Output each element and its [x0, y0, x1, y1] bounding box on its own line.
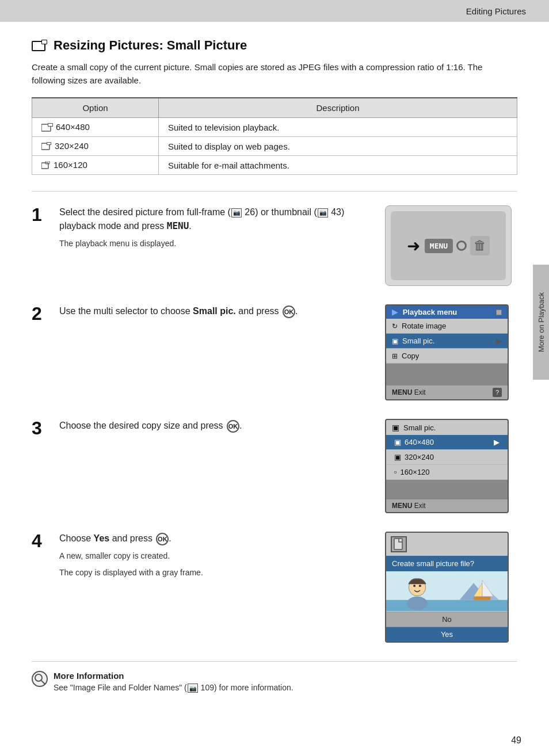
step-4-section: 4 Choose Yes and press OK. A new, smalle…: [32, 532, 517, 643]
size-icon-160: ▫: [394, 468, 397, 476]
ref-icon-1: 📷: [231, 208, 242, 217]
step-1-number: 1: [32, 205, 42, 224]
size-icon-640: ▣: [394, 438, 401, 446]
step-1-left: 1 Select the desired picture from full-f…: [32, 205, 375, 254]
size-spacer: [386, 480, 508, 495]
info-content: More Information See "Image File and Fol…: [54, 671, 293, 693]
step-1-image: ➜ MENU 🗑: [385, 205, 517, 286]
page-number: 49: [511, 735, 521, 746]
info-icon: [32, 671, 48, 687]
side-tab: More on Playback: [533, 265, 549, 380]
table-option-cell: 320×240: [32, 137, 159, 156]
header-title: Editing Pictures: [466, 6, 526, 16]
svg-line-24: [41, 681, 45, 684]
svg-rect-13: [386, 600, 508, 612]
step-4-sub-note-1: A new, smaller copy is created.: [59, 550, 375, 562]
info-title: More Information: [54, 671, 293, 681]
more-info-section: More Information See "Image File and Fol…: [32, 661, 517, 693]
step-2-section: 2 Use the multi selector to choose Small…: [32, 304, 517, 400]
step-1-section: 1 Select the desired picture from full-f…: [32, 205, 517, 286]
playback-menu-screen: ▶ Playback menu ↻ Rotate image ▣ Small p…: [385, 304, 509, 400]
menu-button-img: MENU: [425, 239, 453, 253]
svg-rect-2: [42, 40, 47, 44]
table-row: 320×240Suited to display on web pages.: [32, 137, 517, 156]
help-icon: ?: [493, 388, 502, 397]
step-2-image: ▶ Playback menu ↻ Rotate image ▣ Small p…: [385, 304, 517, 400]
step-4-text: Choose Yes and press OK. A new, smaller …: [59, 532, 375, 579]
intro-text: Create a small copy of the current pictu…: [32, 61, 517, 87]
step-2-left: 2 Use the multi selector to choose Small…: [32, 304, 375, 323]
step-4-image: Create small picture file?: [385, 532, 517, 643]
menu-spacer: [386, 364, 508, 381]
step-4-sub-note-2: The copy is displayed with a gray frame.: [59, 567, 375, 579]
ok-button-4: OK: [156, 533, 169, 545]
size-screen: ▣ Small pic. ▣ 640×480 ▶ ▣ 320×240 ▫ 160…: [385, 419, 509, 513]
size-arrow-640: ▶: [494, 438, 500, 446]
table-row: 160×120Suitable for e-mail attachments.: [32, 156, 517, 175]
table-row: 640×480Suited to television playback.: [32, 118, 517, 137]
step-4-left: 4 Choose Yes and press OK. A new, smalle…: [32, 532, 375, 583]
page-heading: Resizing Pictures: Small Picture: [54, 38, 247, 53]
svg-rect-8: [47, 143, 51, 144]
ref-icon-3: 📷: [188, 684, 198, 693]
size-exit-label: MENU Exit: [392, 502, 426, 510]
options-table: Option Description 640×480Suited to tele…: [32, 97, 517, 175]
ref-icon-2: 📷: [318, 208, 328, 217]
small-pic-icon: ▣: [392, 337, 398, 345]
dialog-illustration: [386, 571, 508, 612]
ok-button-3: OK: [227, 420, 239, 433]
menu-item-rotate: ↻ Rotate image: [386, 319, 508, 334]
size-screen-footer: MENU Exit: [386, 499, 508, 512]
camera-mockup: ➜ MENU 🗑: [385, 205, 512, 286]
menu-screen-footer: MENU Exit ?: [386, 385, 508, 399]
scroll-indicator: [496, 310, 502, 315]
step-2-description: Use the multi selector to choose Small p…: [59, 304, 375, 318]
ok-button-2: OK: [283, 306, 295, 318]
svg-point-19: [407, 597, 427, 610]
dialog-top: [386, 533, 508, 556]
header-bar: Editing Pictures: [0, 0, 549, 22]
step-2-text: Use the multi selector to choose Small p…: [59, 304, 375, 318]
menu-exit-label: MENU Exit: [392, 388, 426, 396]
table-description-cell: Suited to display on web pages.: [159, 137, 517, 156]
step-1-text: Select the desired picture from full-fra…: [59, 205, 375, 250]
menu-key-1: MENU: [167, 220, 189, 231]
dialog-screen: Create small picture file?: [385, 532, 509, 643]
table-description-cell: Suitable for e-mail attachments.: [159, 156, 517, 175]
svg-point-17: [413, 585, 415, 587]
dialog-image-area: [386, 571, 508, 612]
svg-point-23: [35, 674, 42, 681]
step-4-description: Choose Yes and press OK.: [59, 532, 375, 545]
svg-rect-5: [48, 124, 52, 126]
small-pic-title-icon: ▣: [392, 423, 399, 432]
copy-icon: ⊞: [392, 352, 398, 360]
size-item-640: ▣ 640×480 ▶: [386, 435, 508, 450]
svg-rect-11: [394, 539, 402, 549]
menu-screen-title: ▶ Playback menu: [386, 306, 508, 319]
step-1-sub-note: The playback menu is displayed.: [59, 238, 375, 250]
step-2-number: 2: [32, 304, 42, 323]
rotate-icon: ↻: [392, 322, 398, 330]
size-item-320: ▣ 320×240: [386, 450, 508, 465]
table-description-cell: Suited to television playback.: [159, 118, 517, 137]
table-col1-header: Option: [32, 98, 159, 118]
main-content: Resizing Pictures: Small Picture Create …: [0, 22, 549, 710]
small-circle-img: [456, 240, 467, 251]
magnifier-icon: [34, 673, 45, 685]
dialog-file-icon: [391, 536, 407, 552]
size-screen-title: ▣ Small pic.: [386, 420, 508, 435]
arrow-icon: ➜: [407, 236, 420, 255]
camera-body: ➜ MENU 🗑: [391, 211, 506, 280]
size-item-160: ▫ 160×120: [386, 465, 508, 480]
info-text: See "Image File and Folder Names" (📷 109…: [54, 683, 293, 693]
side-tab-label: More on Playback: [537, 292, 546, 352]
svg-rect-20: [474, 597, 490, 600]
arrow-right-icon: ▶: [496, 337, 502, 345]
step-1-description: Select the desired picture from full-fra…: [59, 205, 375, 233]
step-3-text: Choose the desired copy size and press O…: [59, 419, 375, 433]
step-3-left: 3 Choose the desired copy size and press…: [32, 419, 375, 437]
step-4-number: 4: [32, 532, 42, 550]
small-picture-icon: [32, 39, 48, 52]
menu-item-copy: ⊞ Copy: [386, 349, 508, 364]
trash-icon-img: 🗑: [470, 236, 490, 255]
